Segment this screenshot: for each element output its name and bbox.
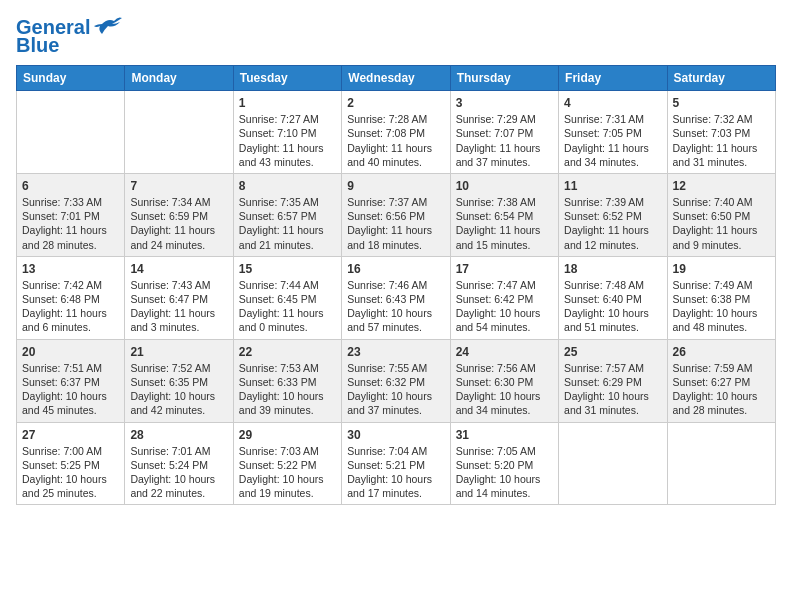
day-number: 4 bbox=[564, 95, 661, 111]
calendar-day-cell bbox=[125, 91, 233, 174]
day-info: and 51 minutes. bbox=[564, 320, 661, 334]
day-info: Daylight: 10 hours bbox=[239, 472, 336, 486]
day-info: Daylight: 10 hours bbox=[347, 389, 444, 403]
calendar-table: SundayMondayTuesdayWednesdayThursdayFrid… bbox=[16, 65, 776, 505]
day-info: Daylight: 10 hours bbox=[564, 306, 661, 320]
calendar-day-cell: 8Sunrise: 7:35 AMSunset: 6:57 PMDaylight… bbox=[233, 173, 341, 256]
day-info: Daylight: 10 hours bbox=[564, 389, 661, 403]
day-info: Sunset: 5:20 PM bbox=[456, 458, 553, 472]
weekday-header: Tuesday bbox=[233, 66, 341, 91]
day-info: Daylight: 11 hours bbox=[239, 306, 336, 320]
day-info: Daylight: 11 hours bbox=[673, 223, 770, 237]
calendar-day-cell: 26Sunrise: 7:59 AMSunset: 6:27 PMDayligh… bbox=[667, 339, 775, 422]
day-info: Sunrise: 7:46 AM bbox=[347, 278, 444, 292]
day-info: Daylight: 11 hours bbox=[239, 223, 336, 237]
calendar-week-row: 13Sunrise: 7:42 AMSunset: 6:48 PMDayligh… bbox=[17, 256, 776, 339]
day-info: Sunrise: 7:32 AM bbox=[673, 112, 770, 126]
day-info: Sunrise: 7:59 AM bbox=[673, 361, 770, 375]
day-info: Daylight: 11 hours bbox=[347, 223, 444, 237]
day-info: Sunset: 6:30 PM bbox=[456, 375, 553, 389]
calendar-day-cell: 1Sunrise: 7:27 AMSunset: 7:10 PMDaylight… bbox=[233, 91, 341, 174]
day-info: Sunrise: 7:03 AM bbox=[239, 444, 336, 458]
day-info: and 34 minutes. bbox=[456, 403, 553, 417]
day-number: 8 bbox=[239, 178, 336, 194]
day-info: Sunrise: 7:42 AM bbox=[22, 278, 119, 292]
weekday-header: Thursday bbox=[450, 66, 558, 91]
day-info: Sunset: 5:25 PM bbox=[22, 458, 119, 472]
day-info: and 45 minutes. bbox=[22, 403, 119, 417]
day-info: and 28 minutes. bbox=[22, 238, 119, 252]
day-info: Daylight: 11 hours bbox=[22, 306, 119, 320]
logo-blue: Blue bbox=[16, 34, 59, 57]
day-info: Sunrise: 7:52 AM bbox=[130, 361, 227, 375]
calendar-day-cell: 12Sunrise: 7:40 AMSunset: 6:50 PMDayligh… bbox=[667, 173, 775, 256]
day-info: Sunset: 6:32 PM bbox=[347, 375, 444, 389]
day-info: Daylight: 11 hours bbox=[456, 141, 553, 155]
day-number: 5 bbox=[673, 95, 770, 111]
day-info: Sunrise: 7:47 AM bbox=[456, 278, 553, 292]
day-info: and 37 minutes. bbox=[456, 155, 553, 169]
calendar-day-cell: 7Sunrise: 7:34 AMSunset: 6:59 PMDaylight… bbox=[125, 173, 233, 256]
calendar-day-cell bbox=[17, 91, 125, 174]
day-info: and 14 minutes. bbox=[456, 486, 553, 500]
calendar-day-cell: 30Sunrise: 7:04 AMSunset: 5:21 PMDayligh… bbox=[342, 422, 450, 505]
day-info: Daylight: 11 hours bbox=[130, 223, 227, 237]
day-info: Sunset: 6:29 PM bbox=[564, 375, 661, 389]
day-number: 15 bbox=[239, 261, 336, 277]
day-info: Sunset: 7:08 PM bbox=[347, 126, 444, 140]
day-info: Sunrise: 7:37 AM bbox=[347, 195, 444, 209]
calendar-day-cell: 25Sunrise: 7:57 AMSunset: 6:29 PMDayligh… bbox=[559, 339, 667, 422]
day-number: 23 bbox=[347, 344, 444, 360]
page-header: General Blue bbox=[16, 16, 776, 57]
day-number: 29 bbox=[239, 427, 336, 443]
calendar-day-cell: 15Sunrise: 7:44 AMSunset: 6:45 PMDayligh… bbox=[233, 256, 341, 339]
day-info: Daylight: 10 hours bbox=[673, 389, 770, 403]
day-number: 16 bbox=[347, 261, 444, 277]
calendar-day-cell: 14Sunrise: 7:43 AMSunset: 6:47 PMDayligh… bbox=[125, 256, 233, 339]
day-info: Daylight: 11 hours bbox=[673, 141, 770, 155]
day-info: Daylight: 11 hours bbox=[239, 141, 336, 155]
day-number: 17 bbox=[456, 261, 553, 277]
day-info: and 17 minutes. bbox=[347, 486, 444, 500]
day-info: Sunrise: 7:00 AM bbox=[22, 444, 119, 458]
day-info: Daylight: 10 hours bbox=[239, 389, 336, 403]
day-number: 30 bbox=[347, 427, 444, 443]
calendar-day-cell: 3Sunrise: 7:29 AMSunset: 7:07 PMDaylight… bbox=[450, 91, 558, 174]
day-number: 26 bbox=[673, 344, 770, 360]
calendar-day-cell: 11Sunrise: 7:39 AMSunset: 6:52 PMDayligh… bbox=[559, 173, 667, 256]
day-number: 14 bbox=[130, 261, 227, 277]
day-info: Daylight: 11 hours bbox=[347, 141, 444, 155]
day-info: Sunset: 6:50 PM bbox=[673, 209, 770, 223]
day-info: Sunrise: 7:04 AM bbox=[347, 444, 444, 458]
calendar-day-cell: 29Sunrise: 7:03 AMSunset: 5:22 PMDayligh… bbox=[233, 422, 341, 505]
day-info: Daylight: 11 hours bbox=[456, 223, 553, 237]
logo-bird-icon bbox=[94, 16, 124, 38]
day-info: and 37 minutes. bbox=[347, 403, 444, 417]
day-info: and 40 minutes. bbox=[347, 155, 444, 169]
calendar-week-row: 27Sunrise: 7:00 AMSunset: 5:25 PMDayligh… bbox=[17, 422, 776, 505]
day-info: Sunset: 6:37 PM bbox=[22, 375, 119, 389]
day-info: and 31 minutes. bbox=[673, 155, 770, 169]
day-info: Sunrise: 7:39 AM bbox=[564, 195, 661, 209]
day-info: Daylight: 11 hours bbox=[564, 223, 661, 237]
day-number: 1 bbox=[239, 95, 336, 111]
day-info: and 19 minutes. bbox=[239, 486, 336, 500]
day-number: 18 bbox=[564, 261, 661, 277]
day-number: 12 bbox=[673, 178, 770, 194]
day-info: Daylight: 10 hours bbox=[456, 472, 553, 486]
day-info: and 21 minutes. bbox=[239, 238, 336, 252]
calendar-week-row: 6Sunrise: 7:33 AMSunset: 7:01 PMDaylight… bbox=[17, 173, 776, 256]
day-info: Sunrise: 7:35 AM bbox=[239, 195, 336, 209]
calendar-day-cell: 16Sunrise: 7:46 AMSunset: 6:43 PMDayligh… bbox=[342, 256, 450, 339]
day-info: and 15 minutes. bbox=[456, 238, 553, 252]
day-info: Sunset: 6:27 PM bbox=[673, 375, 770, 389]
calendar-day-cell bbox=[559, 422, 667, 505]
day-info: Sunrise: 7:43 AM bbox=[130, 278, 227, 292]
calendar-day-cell: 19Sunrise: 7:49 AMSunset: 6:38 PMDayligh… bbox=[667, 256, 775, 339]
day-info: and 28 minutes. bbox=[673, 403, 770, 417]
day-info: Daylight: 10 hours bbox=[22, 472, 119, 486]
day-info: Sunrise: 7:48 AM bbox=[564, 278, 661, 292]
calendar-week-row: 1Sunrise: 7:27 AMSunset: 7:10 PMDaylight… bbox=[17, 91, 776, 174]
calendar-day-cell: 23Sunrise: 7:55 AMSunset: 6:32 PMDayligh… bbox=[342, 339, 450, 422]
day-number: 25 bbox=[564, 344, 661, 360]
